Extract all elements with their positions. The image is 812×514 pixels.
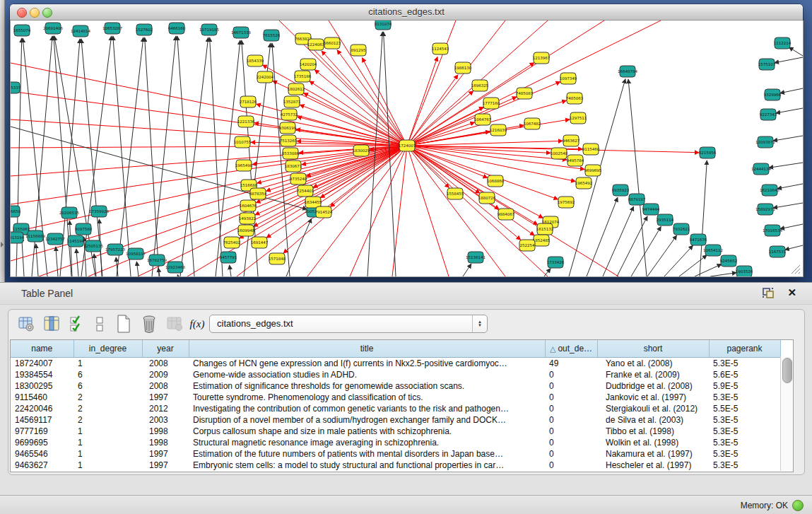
column-header-title[interactable]: title	[189, 340, 545, 358]
table-cell[interactable]: 0	[545, 426, 597, 437]
graph-node[interactable]: 12414814	[71, 25, 90, 37]
table-cell[interactable]: 5.9E-5	[709, 380, 780, 392]
graph-node[interactable]: 7615526	[263, 30, 281, 41]
graph-node[interactable]: 7485083	[516, 88, 534, 99]
graph-node[interactable]: 1216039	[490, 124, 507, 136]
table-cell[interactable]: Tourette syndrome. Phenomenology and cla…	[189, 392, 545, 403]
graph-node[interactable]: 2242004	[257, 71, 274, 83]
control-panel-collapsed-strip[interactable]	[0, 0, 5, 282]
graph-node[interactable]: 1224063	[307, 39, 325, 50]
table-cell[interactable]: 19384554	[11, 369, 73, 380]
table-cell[interactable]: 2	[73, 392, 142, 403]
graph-node[interactable]: 8471676	[690, 234, 707, 245]
close-panel-icon[interactable]: ✕	[787, 286, 796, 299]
graph-node[interactable]: 16648784	[618, 66, 637, 77]
graph-node[interactable]: 1655074	[13, 25, 31, 36]
graph-node[interactable]: 7625402	[223, 237, 241, 248]
graph-node[interactable]: 1420204	[300, 59, 317, 70]
graph-node[interactable]: 1352871	[283, 96, 301, 107]
graph-node[interactable]: 1735186	[294, 71, 312, 82]
table-cell[interactable]: 6	[73, 369, 142, 380]
table-row[interactable]: 1830029562008Estimation of significance …	[11, 380, 780, 392]
graph-node[interactable]: 16782759	[147, 255, 167, 266]
graph-node[interactable]: 1975692	[558, 197, 575, 208]
graph-node[interactable]: 9913194	[11, 232, 25, 243]
create-column-button[interactable]	[113, 314, 134, 334]
graph-node[interactable]: 8215956	[699, 147, 717, 158]
float-window-icon[interactable]	[763, 288, 775, 299]
graph-node[interactable]: 12505135	[83, 240, 103, 252]
table-row[interactable]: 1938455462009Genome-wide association stu…	[11, 369, 780, 380]
graph-node[interactable]: 7914524	[315, 206, 333, 218]
table-row[interactable]: 911546021997Tourette syndrome. Phenomeno…	[11, 392, 780, 403]
graph-node[interactable]: 12093872	[755, 136, 775, 148]
table-cell[interactable]: Hescheler et al. (1997)	[597, 460, 709, 471]
graph-node[interactable]: 9735240	[290, 173, 307, 185]
table-cell[interactable]: 0	[545, 380, 597, 392]
graph-node[interactable]: 9097588	[75, 223, 93, 235]
table-cell[interactable]: 1	[73, 460, 142, 471]
select-all-columns-button[interactable]	[66, 314, 88, 334]
graph-node[interactable]: 1604676	[240, 200, 257, 211]
table-cell[interactable]: 2012	[142, 403, 189, 414]
graph-node[interactable]: 1002548	[551, 148, 568, 159]
graph-node[interactable]: 7485063	[566, 93, 584, 104]
table-cell[interactable]: 9699695	[11, 437, 73, 448]
graph-node[interactable]: 7513265	[280, 135, 298, 146]
graph-node[interactable]: 1802612	[288, 83, 305, 95]
graph-node[interactable]: 6879197	[628, 194, 646, 205]
panel-expand-arrow-icon[interactable]	[1, 242, 4, 247]
graph-node[interactable]: 8878354	[249, 188, 267, 199]
table-cell[interactable]: 0	[545, 414, 597, 426]
table-selector-dropdown[interactable]: citations_edges.txt ▲▼	[209, 315, 488, 333]
table-cell[interactable]: 9465546	[11, 448, 73, 460]
graph-node[interactable]: 1903526	[736, 266, 753, 276]
graph-node[interactable]: 9474444	[642, 204, 660, 215]
graph-node[interactable]: 1221336	[237, 116, 255, 127]
table-settings-button[interactable]	[16, 314, 37, 334]
table-cell[interactable]: 5.3E-5	[709, 358, 780, 370]
network-window[interactable]: citations_edges.txt 16550742069140612414…	[10, 4, 803, 276]
graph-node[interactable]: 1575107	[758, 59, 776, 70]
table-cell[interactable]: 5.3E-5	[709, 448, 780, 460]
graph-node[interactable]: 9699695	[584, 165, 602, 176]
column-header-pagerank[interactable]: pagerank	[709, 340, 780, 358]
graph-node[interactable]: 9245652	[720, 255, 738, 267]
table-cell[interactable]: 5.3E-5	[709, 437, 780, 448]
table-cell[interactable]: Dudbridge et al. (2008)	[597, 380, 709, 392]
graph-node[interactable]: 15136141	[466, 252, 486, 263]
table-cell[interactable]: 1	[73, 448, 142, 460]
graph-node[interactable]: 9463627	[563, 135, 580, 146]
graph-node[interactable]: 9329966	[764, 89, 782, 100]
graph-node[interactable]: 1880726	[478, 192, 496, 204]
graph-node[interactable]: 1112214	[774, 37, 792, 49]
table-cell[interactable]: 1997	[142, 392, 189, 403]
graph-node[interactable]: 16210643	[760, 185, 779, 196]
graph-node[interactable]: 1724007	[399, 140, 416, 151]
table-cell[interactable]: 0	[545, 392, 597, 403]
node-table[interactable]: namein_degreeyeartitle△out_de…shortpager…	[10, 339, 794, 472]
graph-node[interactable]: 15892971	[755, 204, 775, 215]
table-cell[interactable]: 9115460	[11, 392, 73, 403]
table-cell[interactable]: 0	[545, 448, 597, 460]
network-canvas[interactable]: 1655074206914061241481410653287152760264…	[10, 21, 804, 277]
table-cell[interactable]: 9777169	[11, 426, 73, 437]
citation-graph[interactable]: 1655074206914061241481410653287152760264…	[11, 21, 803, 276]
table-row[interactable]: 1456911722003Disruption of a novel membe…	[11, 414, 780, 426]
table-cell[interactable]: 6	[73, 380, 142, 392]
table-cell[interactable]: Genome-wide association studies in ADHD.	[189, 369, 545, 380]
graph-node[interactable]: 7254401	[297, 185, 314, 197]
table-cell[interactable]: 2003	[142, 414, 189, 426]
table-cell[interactable]: Wolkin et al. (1998)	[597, 437, 709, 448]
window-resize-grip[interactable]	[791, 264, 801, 274]
table-row[interactable]: 946554611997Estimation of the future num…	[11, 448, 780, 460]
graph-node[interactable]: 1067482	[524, 118, 541, 129]
table-cell[interactable]: 1997	[142, 448, 189, 460]
graph-node[interactable]: 5660123	[324, 37, 341, 49]
dropdown-stepper-icon[interactable]: ▲▼	[472, 315, 487, 332]
graph-node[interactable]: 1097349	[560, 73, 577, 84]
graph-node[interactable]: 1830671	[285, 160, 302, 172]
table-cell[interactable]: 14569117	[11, 414, 73, 426]
table-cell[interactable]: 2009	[142, 369, 189, 380]
table-cell[interactable]: 5.3E-5	[709, 426, 780, 437]
